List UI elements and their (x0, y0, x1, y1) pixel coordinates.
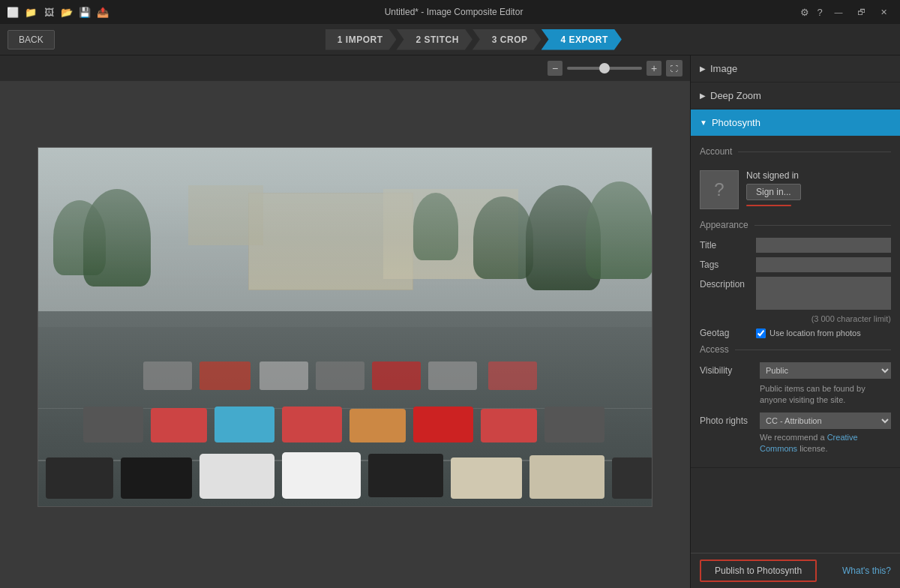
new-icon[interactable]: ⬜ (6, 5, 20, 19)
image-viewport (0, 81, 690, 588)
title-label: Title (700, 238, 756, 250)
zoom-slider[interactable] (567, 67, 642, 70)
toolbar: BACK 1 IMPORT 2 STITCH 3 CROP 4 EXPORT (0, 24, 900, 56)
visibility-select[interactable]: Public Private Unlisted (760, 362, 891, 379)
titlebar-left: ⬜ 📁 🖼 📂 💾 📤 (6, 5, 110, 19)
visibility-label: Visibility (700, 365, 760, 376)
avatar-icon: ? (714, 179, 724, 200)
publish-button[interactable]: Publish to Photosynth (700, 560, 817, 582)
help-icon[interactable]: ? (813, 5, 826, 19)
step-import[interactable]: 1 IMPORT (326, 29, 397, 50)
sign-in-button[interactable]: Sign in... (746, 184, 801, 200)
geotag-label: Geotag (700, 328, 756, 338)
fit-to-window-button[interactable]: ⛶ (666, 60, 682, 76)
cc-note: We recommend a Creative Commons license. (760, 432, 891, 455)
rights-row: Photo rights CC - Attribution CC - Attri… (700, 412, 891, 429)
open-project-icon[interactable]: 📁 (24, 5, 38, 19)
tags-row: Tags (700, 257, 891, 272)
step-export[interactable]: 4 EXPORT (542, 29, 622, 50)
minimize-button[interactable]: — (828, 4, 849, 20)
not-signed-text: Not signed in (746, 170, 801, 181)
photosynth-section: ▼ Photosynth Account ? Not signed in Sig… (691, 110, 900, 468)
zoom-out-button[interactable]: − (548, 61, 562, 76)
red-underline (746, 205, 791, 206)
export-icon[interactable]: 📤 (96, 5, 110, 19)
char-limit-text: (3 000 character limit) (700, 314, 891, 323)
close-button[interactable]: ✕ (873, 4, 894, 20)
description-label: Description (700, 277, 756, 290)
chevron-right-icon2: ▶ (700, 92, 706, 100)
deep-zoom-section-label: Deep Zoom (710, 90, 761, 101)
zoom-in-button[interactable]: + (646, 61, 662, 76)
right-panel: ▶ Image ▶ Deep Zoom ▼ Photosynth Account (690, 56, 900, 588)
cc-note-prefix: We recommend a (760, 433, 827, 442)
zoom-thumb[interactable] (599, 63, 610, 74)
image-section-label: Image (710, 63, 737, 74)
title-row: Title (700, 238, 891, 253)
cc-note-suffix: license. (797, 444, 827, 453)
account-info: Not signed in Sign in... (746, 170, 801, 206)
description-input[interactable] (756, 277, 891, 310)
deep-zoom-section: ▶ Deep Zoom (691, 82, 900, 110)
geotag-row: Geotag Use location from photos (700, 328, 891, 338)
account-row: ? Not signed in Sign in... (700, 164, 891, 215)
access-divider: Access (700, 344, 891, 355)
image-section-header[interactable]: ▶ Image (691, 56, 900, 82)
chevron-down-icon: ▼ (700, 118, 707, 127)
main: − + ⛶ (0, 56, 900, 588)
save-icon[interactable]: 💾 (78, 5, 92, 19)
rights-select[interactable]: CC - Attribution CC - Attribution-ShareA… (760, 412, 891, 429)
photosynth-section-content: Account ? Not signed in Sign in... Appea… (691, 136, 900, 467)
avatar: ? (700, 170, 739, 209)
settings-icon[interactable]: ⚙ (798, 5, 812, 19)
visibility-note: Public items can be found by anyone visi… (760, 383, 891, 406)
window-title: Untitled* - Image Composite Editor (385, 7, 524, 17)
whats-this-link[interactable]: What's this? (842, 566, 891, 576)
titlebar-right: ⚙ ? — 🗗 ✕ (798, 4, 894, 20)
rights-label: Photo rights (700, 416, 760, 426)
action-bar: Publish to Photosynth What's this? (691, 553, 900, 588)
restore-button[interactable]: 🗗 (850, 4, 872, 20)
image-section: ▶ Image (691, 56, 900, 82)
zoom-bar: − + ⛶ (0, 56, 690, 81)
open-folder-icon[interactable]: 📂 (60, 5, 74, 19)
deep-zoom-section-header[interactable]: ▶ Deep Zoom (691, 82, 900, 109)
open-image-icon[interactable]: 🖼 (42, 5, 56, 19)
step-crop[interactable]: 3 CROP (472, 29, 542, 50)
photosynth-section-label: Photosynth (712, 117, 760, 128)
canvas-area: − + ⛶ (0, 56, 690, 588)
appearance-divider: Appearance (700, 220, 891, 230)
photosynth-section-header[interactable]: ▼ Photosynth (691, 110, 900, 136)
tags-label: Tags (700, 257, 756, 270)
nav-steps: 1 IMPORT 2 STITCH 3 CROP 4 EXPORT (326, 29, 622, 50)
step-stitch[interactable]: 2 STITCH (396, 29, 472, 50)
back-button[interactable]: BACK (8, 30, 55, 50)
geotag-text: Use location from photos (770, 328, 861, 338)
account-divider: Account (700, 146, 891, 157)
description-row: Description (700, 277, 891, 310)
tags-input[interactable] (756, 257, 891, 272)
panorama-image (38, 147, 652, 507)
chevron-right-icon: ▶ (700, 64, 706, 73)
titlebar: ⬜ 📁 🖼 📂 💾 📤 Untitled* - Image Composite … (0, 0, 900, 24)
title-input[interactable] (756, 238, 891, 253)
geotag-checkbox[interactable] (756, 328, 766, 338)
visibility-row: Visibility Public Private Unlisted (700, 362, 891, 379)
